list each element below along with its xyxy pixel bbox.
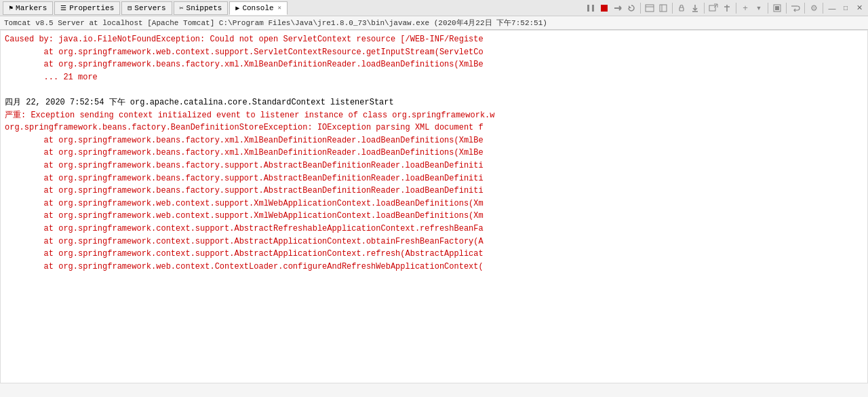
console-line: at org.springframework.context.support.A… bbox=[5, 235, 863, 248]
relaunch-button[interactable] bbox=[625, 2, 637, 14]
tab-properties[interactable]: ☰ Properties bbox=[54, 1, 120, 15]
suspend-button[interactable] bbox=[585, 2, 597, 14]
console-line: 严重: Exception sending context initialize… bbox=[5, 109, 863, 122]
scroll-end-button[interactable] bbox=[689, 2, 701, 14]
console-line: org.springframework.beans.factory.BeanDe… bbox=[5, 121, 863, 134]
tab-snippets[interactable]: ✂ Snippets bbox=[174, 1, 229, 15]
tab-servers-label: Servers bbox=[134, 4, 165, 12]
word-wrap-button[interactable] bbox=[789, 2, 802, 14]
console-line: at org.springframework.web.context.suppo… bbox=[5, 197, 863, 210]
servers-tab-icon: ⊟ bbox=[127, 4, 132, 12]
svg-rect-11 bbox=[679, 7, 684, 11]
console-line: at org.springframework.web.context.Conte… bbox=[5, 261, 863, 273]
tab-bar: ⚑ Markers ☰ Properties ⊟ Servers ✂ Snipp… bbox=[0, 0, 868, 16]
svg-rect-14 bbox=[709, 5, 715, 11]
console-line: at org.springframework.beans.factory.xml… bbox=[5, 134, 863, 147]
sep1 bbox=[640, 3, 641, 14]
console-line: at org.springframework.web.context.suppo… bbox=[5, 210, 863, 223]
tab-markers[interactable]: ⚑ Markers bbox=[3, 1, 53, 15]
console-line: at org.springframework.beans.factory.sup… bbox=[5, 172, 863, 185]
console-tab-close[interactable]: ✕ bbox=[278, 4, 281, 12]
tab-properties-label: Properties bbox=[69, 4, 114, 12]
close-button[interactable]: ✕ bbox=[853, 2, 865, 14]
display-selected-button[interactable] bbox=[771, 2, 783, 14]
console-line: at org.springframework.beans.factory.sup… bbox=[5, 159, 863, 172]
console-line: ... 21 more bbox=[5, 71, 863, 84]
svg-marker-6 bbox=[629, 5, 631, 8]
ide-window: ⚑ Markers ☰ Properties ⊟ Servers ✂ Snipp… bbox=[0, 0, 868, 383]
minimize-button[interactable]: — bbox=[826, 2, 838, 14]
sep4 bbox=[736, 3, 736, 14]
sep6 bbox=[786, 3, 787, 14]
console-line: at org.springframework.context.support.A… bbox=[5, 248, 863, 261]
console-line: at org.springframework.beans.factory.xml… bbox=[5, 147, 863, 159]
snippets-tab-icon: ✂ bbox=[180, 4, 184, 12]
toolbar: + ▼ ⚙ bbox=[585, 2, 865, 14]
svg-rect-2 bbox=[601, 5, 608, 12]
console-line: Caused by: java.io.FileNotFoundException… bbox=[5, 33, 863, 46]
svg-rect-0 bbox=[587, 5, 589, 12]
tab-snippets-label: Snippets bbox=[186, 4, 222, 12]
markers-icon: ⚑ bbox=[9, 4, 13, 12]
console-line: at org.springframework.beans.factory.sup… bbox=[5, 185, 863, 197]
sep2 bbox=[672, 3, 673, 14]
maximize-button[interactable]: □ bbox=[840, 2, 852, 14]
sep8 bbox=[823, 3, 823, 14]
server-bar-text: Tomcat v8.5 Server at localhost [Apache … bbox=[4, 18, 547, 28]
properties-view-button[interactable] bbox=[657, 2, 669, 14]
settings-button[interactable]: ⚙ bbox=[808, 2, 820, 14]
pin-console-button[interactable] bbox=[721, 2, 733, 14]
console-view-button[interactable] bbox=[644, 2, 656, 14]
properties-tab-icon: ☰ bbox=[60, 4, 66, 12]
console-line: at org.springframework.context.support.A… bbox=[5, 223, 863, 235]
svg-rect-21 bbox=[775, 6, 779, 10]
svg-rect-7 bbox=[646, 5, 654, 12]
console-output[interactable]: Caused by: java.io.FileNotFoundException… bbox=[0, 30, 868, 383]
new-console-button[interactable]: + bbox=[739, 2, 751, 14]
console-dropdown-button[interactable]: ▼ bbox=[753, 2, 765, 14]
sep5 bbox=[768, 3, 768, 14]
tab-servers[interactable]: ⊟ Servers bbox=[121, 1, 172, 15]
disconnect-button[interactable] bbox=[612, 2, 624, 14]
console-line: 四月 22, 2020 7:52:54 下午 org.apache.catali… bbox=[5, 96, 863, 109]
svg-rect-9 bbox=[660, 5, 667, 12]
scroll-lock-button[interactable] bbox=[675, 2, 688, 14]
sep3 bbox=[704, 3, 705, 14]
console-line: at org.springframework.beans.factory.xml… bbox=[5, 58, 863, 71]
tab-console[interactable]: ▶ Console ✕ bbox=[229, 1, 288, 15]
tab-console-label: Console bbox=[242, 4, 273, 12]
console-line: at org.springframework.web.context.suppo… bbox=[5, 46, 863, 59]
console-tab-icon: ▶ bbox=[235, 4, 239, 12]
svg-rect-1 bbox=[592, 5, 594, 12]
terminate-button[interactable] bbox=[598, 2, 610, 14]
tab-markers-label: Markers bbox=[16, 4, 47, 12]
server-bar: Tomcat v8.5 Server at localhost [Apache … bbox=[0, 16, 868, 30]
console-line-empty bbox=[5, 83, 863, 96]
sep7 bbox=[804, 3, 805, 14]
open-console-button[interactable] bbox=[707, 2, 719, 14]
